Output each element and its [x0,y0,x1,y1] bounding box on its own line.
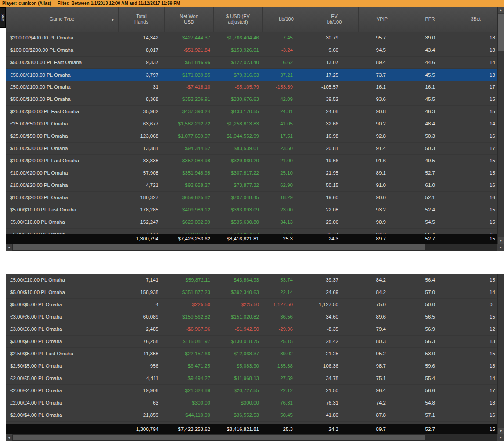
cell-usd_ev: $12,068.37 [214,348,263,360]
cell-bb100: 21.00 [263,155,310,167]
cell-net_won: $92,658.27 [165,179,214,191]
column-header-game[interactable]: Game Type▼ [6,7,119,32]
table-row[interactable]: $5.00/$10.00 PL Omaha158,938$351,877.23$… [6,286,497,299]
column-header-net_won[interactable]: Net Won USD [165,7,214,32]
cell-ev_bb100: 39.37 [310,229,359,234]
cell-vpip: 90.2 [359,118,406,130]
cell-game: €5.00/€10.00 PL Omaha [6,216,119,228]
scroll-right-icon[interactable]: ► [497,434,504,441]
column-header-hands[interactable]: Total Hands [119,7,165,32]
column-header-pfr[interactable]: PFR [406,7,454,32]
cell-bb100: 53.74 [263,274,310,286]
cell-net_won: $1,077,659.07 [165,130,214,142]
scroll-left-icon[interactable]: ◄ [6,244,12,251]
cell-bb100: 39.02 [263,348,310,360]
cell-usd_ev: $433,170.55 [214,106,263,118]
total-vpip: 89.7 [359,234,406,244]
cell-ev_bb100: -1,127.50 [310,299,359,311]
cell-ev_bb100: 16.98 [310,130,359,142]
table-row[interactable]: £2.00/£4.00 PL Omaha63$300.00$300.0076.3… [6,397,497,409]
total-game [6,234,119,244]
cell-usd_ev: $43,864.93 [214,274,263,286]
table-row-selected[interactable]: €50.00/€100.00 PL Omaha3,797$171,039.85$… [6,69,497,81]
cell-bb100: 25.10 [263,167,310,179]
horizontal-scroll-thumb[interactable] [13,244,425,250]
table-row[interactable]: $25.00/$50.00 PL Omaha123,068$1,077,659.… [6,130,497,143]
cell-usd_ev: $1,766,404.46 [214,32,263,44]
horizontal-scrollbar[interactable]: ◄ ► [6,244,504,251]
table-row[interactable]: $2.00/$4.00 PL Omaha21,859$44,110.90$36,… [6,409,497,422]
cell-threebet: 14 [454,372,497,384]
column-header-usd_ev[interactable]: $ USD (EV adjusted) [214,7,263,32]
vertical-scroll-thumb[interactable] [498,14,504,51]
table-row[interactable]: $50.00/$100.00 PL Omaha8,368$352,206.91$… [6,93,497,106]
table-row[interactable]: €5.00/€10.00 PL Omaha152,247$629,002.09$… [6,216,497,229]
table-row[interactable]: £2.00/£5.00 PL Omaha4,411$9,494.27$11,96… [6,372,497,385]
tab-stats[interactable]: Stats [0,7,6,28]
cell-game: £5.00/£10.00 PL Omaha [6,274,119,286]
cell-game: £2.00/£5.00 PL Omaha [6,372,119,384]
scroll-down-icon[interactable]: ▼ [498,237,504,244]
table-row[interactable]: $15.00/$30.00 PL Omaha13,381$94,344.52$8… [6,143,497,155]
scroll-up-icon[interactable]: ▲ [498,7,504,13]
scroll-left-icon[interactable]: ◄ [6,434,12,441]
cell-bb100: -29.96 [263,323,310,335]
horizontal-scrollbar[interactable]: ◄ ► [6,434,504,441]
table-row[interactable]: $5.00/$5.00 PL Omaha4-$225.50-$225.50-1,… [6,299,497,311]
cell-usd_ev: $122,023.40 [214,57,263,68]
cell-usd_ev: $83,539.01 [214,143,263,154]
cell-game: $3.00/$6.00 PL Omaha [6,336,119,347]
table-row[interactable]: $10.00/$20.00 PL Fast Omaha83,838$352,08… [6,155,497,167]
table-row[interactable]: $50.00/$100.00 PL Fast Omaha9,337$61,846… [6,57,497,69]
table-row[interactable]: $25.00/$50.00 PL Fast Omaha35,982$437,39… [6,106,497,118]
table-row[interactable]: $100.00/$200.00 PL Omaha8,017-$51,921.84… [6,44,497,57]
cell-game: €50.00/€100.00 PL Omaha [6,69,119,81]
table-row[interactable]: £5.00/£10.00 PL Omaha7,141$59,872.11$43,… [6,274,497,286]
table-row[interactable]: £5.00/£10.00 PL Omaha7,141$59,872.11$43,… [6,229,497,234]
scroll-down-icon[interactable]: ▼ [498,428,504,434]
table-row[interactable]: £10.00/£20.00 PL Omaha4,721$92,658.27$73… [6,179,497,192]
cell-ev_bb100: 34.60 [310,311,359,323]
cell-game: €2.00/€4.00 PL Omaha [6,385,119,397]
cell-hands: 11,358 [119,348,165,360]
cell-net_won: $44,110.90 [165,409,214,421]
table-row[interactable]: £50.00/£100.00 PL Omaha31-$7,418.10-$5,1… [6,81,497,93]
table-row[interactable]: €25.00/€50.00 PL Omaha63,677$1,582,292.7… [6,118,497,130]
column-header-threebet[interactable]: 3Bet [454,7,497,32]
scroll-right-icon[interactable]: ► [497,244,504,251]
totals-row-lower: 1,300,794$7,423,253.62$8,416,821.8125.32… [6,424,497,434]
column-header-bb100[interactable]: bb/100 [263,7,310,32]
column-header-label: bb/100 [279,16,294,22]
cell-ev_bb100: -105.57 [310,81,359,93]
cell-hands: 8,368 [119,93,165,105]
column-header-ev_bb100[interactable]: EV bb/100 [310,7,359,32]
table-row[interactable]: $2.50/$5.00 PL Omaha956$6,471.25$5,083.9… [6,360,497,372]
cell-threebet: 17 [454,143,497,154]
table-row[interactable]: $10.00/$20.00 PL Omaha180,327$659,625.82… [6,192,497,204]
table-row[interactable]: $2.50/$5.00 PL Fast Omaha11,358$22,157.6… [6,348,497,360]
vertical-scrollbar[interactable]: ▼ [497,274,504,434]
cell-threebet: 16 [454,192,497,204]
cell-game: £10.00/£20.00 PL Omaha [6,179,119,191]
table-row[interactable]: $3.00/$6.00 PL Omaha76,258$115,081.97$13… [6,336,497,348]
horizontal-scroll-thumb[interactable] [13,435,425,440]
cell-game: $200.00/$400.00 PL Omaha [6,32,119,44]
cell-vpip: 73.7 [359,69,406,81]
cell-hands: 63 [119,397,165,409]
vertical-scrollbar[interactable]: ▲ ▼ [497,7,504,244]
table-row[interactable]: £3.00/£6.00 PL Omaha2,485-$6,967.96-$1,9… [6,323,497,336]
table-row[interactable]: €2.00/€4.00 PL Omaha19,906$21,324.89$20,… [6,385,497,397]
table-row[interactable]: €10.00/€20.00 PL Omaha57,908$351,948.98$… [6,167,497,179]
table-row[interactable]: $5.00/$10.00 PL Fast Omaha178,285$409,98… [6,204,497,216]
sort-dropdown-icon[interactable]: ▼ [111,17,114,23]
table-row[interactable]: $200.00/$400.00 PL Omaha14,342$427,444.3… [6,32,497,44]
cell-ev_bb100: 19.66 [310,155,359,167]
cell-ev_bb100: 24.08 [310,106,359,118]
cell-vpip: 91.4 [359,143,406,154]
cell-ev_bb100: 24.69 [310,286,359,298]
cell-ev_bb100: 9.60 [310,44,359,56]
cell-pfr: 43.4 [406,44,454,56]
cell-ev_bb100: 17.25 [310,69,359,81]
table-row[interactable]: €3.00/€6.00 PL Omaha60,089$159,562.82$15… [6,311,497,323]
column-header-vpip[interactable]: VPIP [359,7,406,32]
